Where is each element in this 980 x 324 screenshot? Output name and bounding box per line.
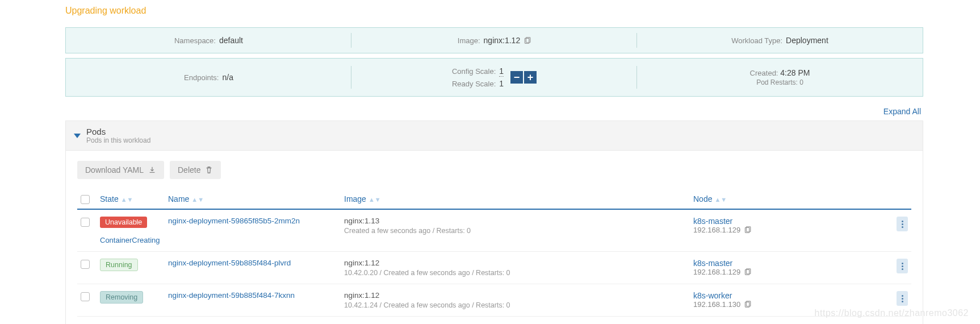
sort-icon: ▲▼ [714,198,727,201]
row-checkbox[interactable] [81,292,90,301]
endpoints-cell: Endpoints: n/a [66,59,351,96]
pods-title: Pods [86,127,150,136]
select-all-checkbox[interactable] [81,195,90,204]
pod-name-link[interactable]: nginx-deployment-59865f85b5-2mm2n [168,217,300,225]
row-checkbox[interactable] [81,260,90,269]
pods-section-header[interactable]: Pods Pods in this workload [66,121,923,151]
expand-all-link[interactable]: Expand All [65,107,921,116]
pods-table: State▲▼ Name▲▼ Image▲▼ Node▲▼ Unavailabl… [77,189,911,317]
row-menu-button[interactable] [897,291,908,306]
scale-down-button[interactable]: − [510,71,523,84]
namespace-label: Namespace: [174,36,216,45]
image-value: nginx:1.12 [484,36,521,45]
scale-up-button[interactable]: + [524,71,537,84]
workload-type-cell: Workload Type: Deployment [637,28,923,53]
info-row-2: Endpoints: n/a Config Scale:1 Ready Scal… [65,58,923,97]
copy-icon[interactable] [744,268,751,276]
node-ip: 192.168.1.130 [693,300,740,309]
table-row: Running nginx-deployment-59b885f484-plvr… [77,252,911,284]
page-title: Upgrading workload [65,6,923,16]
config-scale-value: 1 [499,67,504,77]
download-yaml-label: Download YAML [85,165,144,175]
endpoints-label: Endpoints: [184,73,219,82]
workload-type-label: Workload Type: [731,36,782,45]
table-row: Removing nginx-deployment-59b885f484-7kx… [77,284,911,317]
pod-image: nginx:1.12 [344,259,686,267]
namespace-cell: Namespace: default [66,28,351,53]
col-state[interactable]: State▲▼ [97,189,165,209]
table-row: UnavailableContainerCreating nginx-deplo… [77,209,911,252]
image-label: Image: [458,36,480,45]
pod-name-link[interactable]: nginx-deployment-59b885f484-plvrd [168,259,291,267]
pod-image-meta: 10.42.0.20 / Created a few seconds ago /… [344,269,686,277]
node-name-link[interactable]: k8s-worker [693,291,751,300]
config-scale-label: Config Scale: [452,67,496,76]
sort-icon: ▲▼ [121,198,133,201]
image-cell: Image: nginx:1.12 [351,28,637,53]
pods-subtitle: Pods in this workload [86,136,150,144]
pods-section: Pods Pods in this workload Download YAML… [65,121,923,324]
node-ip: 192.168.1.129 [693,268,740,276]
info-row-1: Namespace: default Image: nginx:1.12 Wor… [65,27,923,53]
pod-image-meta: 10.42.1.24 / Created a few seconds ago /… [344,301,686,309]
copy-icon[interactable] [744,301,751,308]
watermark: https://blog.csdn.net/zhanremo3062 [815,308,969,318]
col-node[interactable]: Node▲▼ [690,189,911,209]
trash-icon [205,166,213,174]
download-yaml-button[interactable]: Download YAML [77,161,164,179]
row-checkbox[interactable] [81,218,90,227]
col-image[interactable]: Image▲▼ [341,189,690,209]
ready-scale-value: 1 [499,79,504,88]
created-cell: Created: 4:28 PM Pod Restarts: 0 [637,59,923,96]
node-name-link[interactable]: k8s-master [693,217,751,226]
ready-scale-label: Ready Scale: [452,80,496,88]
delete-label: Delete [178,165,200,175]
status-badge: Running [100,259,138,271]
copy-icon[interactable] [744,226,751,234]
collapse-icon [74,134,81,138]
pod-image: nginx:1.12 [344,291,686,300]
created-label: Created: [750,69,778,77]
workload-type-value: Deployment [786,36,828,45]
pod-restarts: Pod Restarts: 0 [756,78,803,86]
node-ip: 192.168.1.129 [693,226,740,234]
download-icon [148,166,156,174]
namespace-value: default [219,36,243,45]
pod-name-link[interactable]: nginx-deployment-59b885f484-7kxnn [168,291,295,300]
row-menu-button[interactable] [897,217,908,231]
endpoints-value: n/a [222,73,233,82]
pod-image-meta: Created a few seconds ago / Restarts: 0 [344,227,686,235]
pod-image: nginx:1.13 [344,217,686,225]
delete-button[interactable]: Delete [170,161,221,179]
status-badge: Unavailable [100,217,147,228]
scale-cell: Config Scale:1 Ready Scale:1 − + [351,59,637,96]
sort-icon: ▲▼ [368,198,381,201]
pod-substatus: ContainerCreating [100,236,161,244]
row-menu-button[interactable] [897,259,908,273]
node-name-link[interactable]: k8s-master [693,259,751,268]
copy-icon[interactable] [523,37,531,44]
created-value: 4:28 PM [780,68,810,77]
sort-icon: ▲▼ [191,198,204,201]
col-name[interactable]: Name▲▼ [165,189,341,209]
status-badge: Removing [100,291,143,304]
